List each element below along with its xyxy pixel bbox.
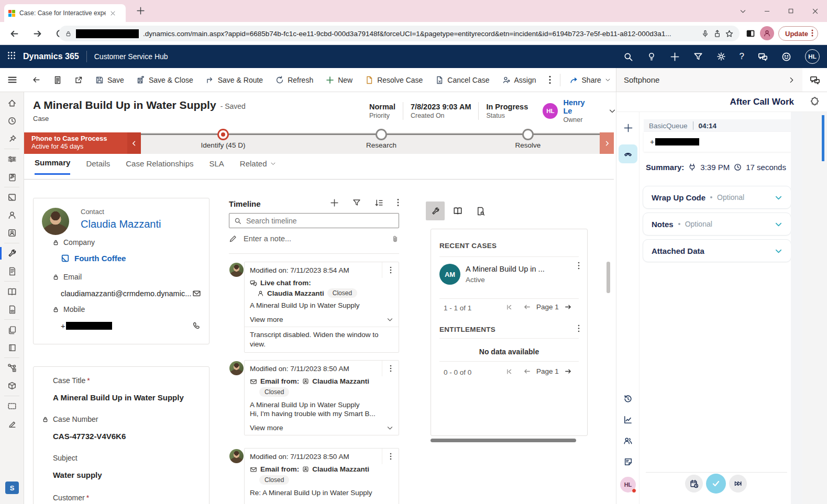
active-call-session-tab[interactable] [619, 144, 637, 163]
schedule-callback-button[interactable] [685, 475, 703, 492]
quick-create-plus-icon[interactable] [670, 52, 680, 62]
entry-more-icon[interactable] [382, 449, 399, 464]
entry-contact[interactable]: Claudia Mazzanti [312, 465, 369, 473]
send-to-devices-icon[interactable] [713, 30, 721, 38]
sidebar-item-products[interactable] [0, 377, 24, 395]
timeline-add-icon[interactable] [330, 198, 339, 209]
sidebar-item-accounts[interactable] [0, 188, 24, 206]
insights-chart-icon[interactable] [616, 410, 639, 429]
more-commands-icon[interactable] [543, 71, 557, 89]
caller-number-card[interactable]: + [644, 132, 791, 152]
related-tab-cases[interactable] [426, 201, 445, 220]
side-panel-icon[interactable] [746, 29, 755, 40]
contacts-people-icon[interactable] [616, 431, 639, 450]
owner-field[interactable]: Henry Le Owner [563, 98, 595, 124]
conversations-chat-icon[interactable] [802, 68, 827, 92]
chevron-down-icon[interactable] [775, 194, 782, 201]
company-value-row[interactable]: Fourth Coffee [61, 254, 126, 263]
bpf-stage-identify-label[interactable]: Identify (45 D) [201, 141, 246, 149]
bpf-stage-resolve-label[interactable]: Resolve [515, 141, 541, 149]
share-button[interactable]: Share [564, 71, 616, 89]
phone-icon[interactable] [192, 321, 201, 330]
contact-photo[interactable] [42, 208, 69, 235]
form-vertical-scrollbar[interactable] [607, 262, 610, 293]
header-expand-chevron-icon[interactable] [609, 107, 616, 115]
first-page-icon[interactable] [505, 304, 513, 311]
skip-acw-button[interactable] [729, 475, 747, 492]
wrap-up-code-accordion[interactable]: Wrap Up Code Optional [643, 186, 791, 209]
refresh-button[interactable]: Refresh [270, 71, 319, 89]
prev-page-icon[interactable] [523, 367, 531, 375]
sidebar-item-activities[interactable] [0, 168, 24, 186]
tab-sla[interactable]: SLA [209, 159, 224, 174]
save-button[interactable]: Save [90, 71, 130, 89]
view-more-toggle[interactable]: View more [245, 312, 399, 327]
sidebar-item-knowledge-articles[interactable] [0, 283, 24, 300]
filter-icon[interactable] [693, 52, 703, 61]
bpf-stage-identify-dot[interactable] [217, 129, 229, 140]
related-tab-knowledge[interactable] [448, 201, 467, 220]
recent-case-more-icon[interactable] [578, 262, 580, 272]
chevron-down-icon[interactable] [775, 247, 782, 255]
attached-data-accordion[interactable]: Attached Data [643, 239, 791, 262]
timeline-search[interactable] [229, 213, 399, 228]
resolve-case-button[interactable]: Resolve Case [359, 71, 428, 89]
sidebar-item-home[interactable] [0, 94, 24, 112]
back-icon[interactable] [6, 26, 22, 41]
lightbulb-icon[interactable] [647, 52, 656, 61]
popout-icon[interactable] [69, 71, 89, 89]
timeline-search-input[interactable] [246, 217, 394, 225]
mic-icon[interactable] [701, 30, 709, 38]
sidebar-item-pinned[interactable] [0, 130, 24, 148]
envelope-icon[interactable] [192, 289, 201, 298]
collapse-panel-chevron-icon[interactable] [788, 76, 795, 84]
entry-contact[interactable]: Claudia Mazzanti [312, 377, 369, 385]
bpf-stage-flag[interactable]: Phone to Case Process Active for 45 days [24, 132, 127, 154]
case-title-value[interactable]: A Mineral Build Up in Water Supply [53, 393, 184, 402]
bookmark-star-icon[interactable] [725, 30, 733, 38]
save-close-button[interactable]: Save & Close [131, 71, 199, 89]
waffle-icon[interactable] [7, 51, 16, 62]
view-more-toggle[interactable]: View more [245, 421, 399, 435]
tab-summary[interactable]: Summary [35, 158, 70, 175]
bpf-next-chevron-icon[interactable] [600, 132, 614, 154]
bpf-stage-research-label[interactable]: Research [366, 141, 396, 149]
sidebar-item-social-profiles[interactable] [0, 224, 24, 242]
tab-case-relationships[interactable]: Case Relationships [126, 159, 193, 174]
notes-icon[interactable] [616, 452, 639, 471]
back-record-button[interactable] [26, 71, 47, 89]
chevron-down-icon[interactable] [775, 220, 782, 228]
help-icon[interactable]: ? [740, 51, 744, 62]
timeline-entry-livechat[interactable]: Modified on: 7/11/2023 8:54 AM Live chat… [244, 262, 399, 353]
smiley-icon[interactable] [781, 52, 791, 62]
contact-name-link[interactable]: Claudia Mazzanti [81, 218, 161, 230]
related-horizontal-scrollbar[interactable] [431, 439, 576, 442]
browser-kebab-icon[interactable] [811, 29, 813, 39]
recent-case-avatar[interactable]: AM [439, 264, 460, 285]
sidebar-item-connections[interactable] [0, 359, 24, 377]
app-s-badge[interactable]: S [5, 481, 19, 494]
tab-related[interactable]: Related [240, 159, 276, 174]
related-tab-search[interactable] [471, 201, 490, 220]
sidebar-item-dashboards[interactable] [0, 150, 24, 168]
new-tab-button[interactable] [136, 6, 145, 15]
task-list-icon[interactable] [48, 71, 68, 89]
email-value[interactable]: claudiamazzanti@crmdemo.dynamic... [61, 289, 192, 298]
timeline-more-icon[interactable] [397, 198, 399, 209]
entry-contact[interactable]: Claudia Mazzanti [267, 289, 324, 297]
bpf-stage-research-dot[interactable] [376, 129, 387, 140]
note-entry-row[interactable]: Enter a note... [229, 234, 399, 243]
tab-close-icon[interactable] [110, 10, 116, 16]
paperclip-icon[interactable] [391, 235, 399, 243]
softphone-panel-header[interactable]: Softphone [616, 68, 802, 92]
new-button[interactable]: New [320, 71, 358, 89]
sidebar-item-cases[interactable] [0, 244, 24, 262]
timeline-sort-icon[interactable] [374, 198, 383, 209]
entry-more-icon[interactable] [382, 361, 399, 376]
email-value-row[interactable]: claudiamazzanti@crmdemo.dynamic... [61, 289, 201, 298]
sidebar-item-templates[interactable] [0, 321, 24, 339]
sidebar-item-knowledge-search[interactable] [0, 300, 24, 318]
panel-scrollbar[interactable] [822, 115, 824, 161]
bpf-stage-resolve-dot[interactable] [522, 129, 534, 140]
tab-details[interactable]: Details [86, 159, 110, 174]
